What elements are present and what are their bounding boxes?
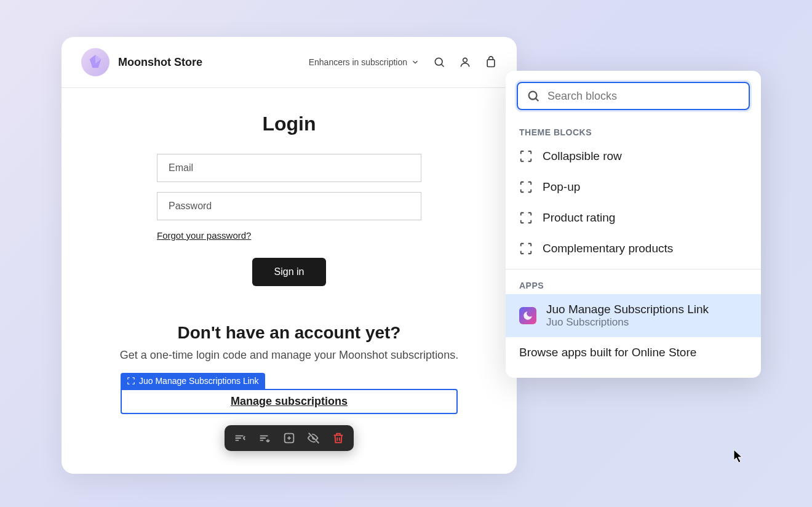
- selected-block-frame[interactable]: Manage subscriptions: [121, 389, 458, 414]
- svg-point-4: [463, 58, 468, 62]
- svg-point-2: [435, 58, 442, 65]
- app-block-juo[interactable]: Juo Manage Subscriptions Link Juo Subscr…: [506, 294, 761, 337]
- block-item-label: Product rating: [543, 211, 615, 225]
- store-header: Moonshot Store Enhancers in subscription: [62, 37, 517, 88]
- trash-icon[interactable]: [332, 431, 345, 445]
- block-item-label: Complementary products: [543, 242, 673, 255]
- move-up-icon[interactable]: [233, 431, 247, 445]
- block-frame-icon: [519, 211, 533, 225]
- store-logo: [81, 48, 109, 76]
- signup-section: Don't have an account yet? Get a one-tim…: [62, 298, 517, 463]
- chevron-down-icon: [411, 58, 420, 66]
- search-blocks-box[interactable]: [517, 82, 750, 110]
- block-product-rating[interactable]: Product rating: [506, 202, 761, 233]
- signup-title: Don't have an account yet?: [86, 323, 492, 343]
- block-frame-icon: [519, 150, 533, 163]
- store-preview-window: Moonshot Store Enhancers in subscription…: [62, 37, 517, 474]
- login-title: Login: [98, 113, 480, 135]
- block-complementary-products[interactable]: Complementary products: [506, 233, 761, 264]
- app-block-title: Juo Manage Subscriptions Link: [546, 303, 709, 316]
- search-icon: [527, 89, 540, 103]
- browse-apps-link[interactable]: Browse apps built for Online Store: [506, 337, 761, 368]
- block-collapsible-row[interactable]: Collapsible row: [506, 141, 761, 172]
- nav-dropdown[interactable]: Enhancers in subscription: [309, 57, 420, 67]
- block-label-text: Juo Manage Subscriptions Link: [139, 376, 259, 386]
- signin-button[interactable]: Sign in: [252, 258, 327, 286]
- store-name: Moonshot Store: [118, 56, 202, 69]
- moon-icon: [522, 310, 533, 321]
- block-item-label: Collapsible row: [543, 150, 622, 163]
- nav-dropdown-label: Enhancers in subscription: [309, 57, 407, 67]
- manage-subscriptions-link[interactable]: Manage subscriptions: [231, 395, 348, 407]
- block-item-label: Pop-up: [543, 180, 580, 194]
- theme-blocks-heading: THEME BLOCKS: [506, 121, 761, 141]
- move-down-icon[interactable]: [258, 431, 271, 445]
- svg-rect-5: [487, 60, 495, 67]
- cart-icon[interactable]: [485, 56, 497, 68]
- app-block-subtitle: Juo Subscriptions: [546, 316, 709, 329]
- svg-point-9: [529, 92, 537, 100]
- divider: [506, 269, 761, 269]
- block-frame-icon: [127, 377, 135, 385]
- block-popup[interactable]: Pop-up: [506, 172, 761, 202]
- email-field[interactable]: [157, 154, 421, 182]
- search-blocks-input[interactable]: [547, 90, 740, 103]
- header-actions: Enhancers in subscription: [309, 56, 497, 68]
- signup-subtitle: Get a one-time login code and manage you…: [86, 349, 492, 362]
- crystal-icon: [87, 54, 104, 71]
- duplicate-icon[interactable]: [282, 431, 296, 445]
- selected-block-label[interactable]: Juo Manage Subscriptions Link: [121, 373, 265, 389]
- cursor-icon: [733, 449, 744, 464]
- block-frame-icon: [519, 180, 533, 194]
- hide-icon[interactable]: [307, 431, 320, 445]
- store-brand: Moonshot Store: [81, 48, 202, 76]
- blocks-search-panel: THEME BLOCKS Collapsible row Pop-up Prod…: [506, 71, 761, 378]
- juo-app-icon: [519, 307, 536, 324]
- user-icon[interactable]: [459, 56, 471, 68]
- block-toolbar: [225, 425, 354, 451]
- forgot-password-link[interactable]: Forgot your password?: [157, 230, 421, 241]
- svg-line-3: [442, 65, 444, 67]
- login-section: Login Forgot your password? Sign in: [62, 88, 517, 298]
- apps-heading: APPS: [506, 274, 761, 294]
- search-icon[interactable]: [433, 56, 445, 68]
- svg-line-10: [536, 98, 538, 101]
- password-field[interactable]: [157, 192, 421, 220]
- block-frame-icon: [519, 242, 533, 255]
